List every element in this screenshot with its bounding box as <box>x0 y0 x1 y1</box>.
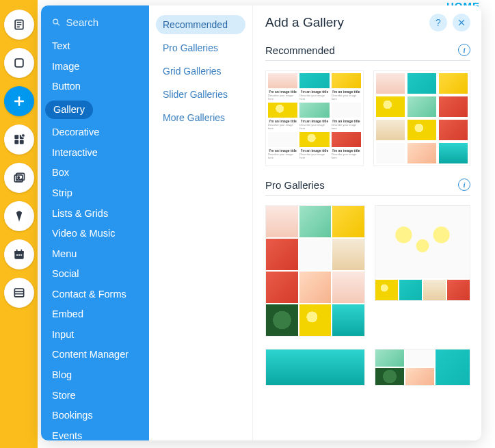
category-item[interactable]: Video & Music <box>41 224 149 244</box>
category-item[interactable]: Box <box>41 163 149 183</box>
svg-rect-9 <box>14 140 18 144</box>
rail-pages-icon[interactable] <box>4 10 34 40</box>
category-item[interactable]: Embed <box>41 304 149 325</box>
rail-bookings-icon[interactable] <box>4 239 34 269</box>
svg-rect-20 <box>16 254 18 256</box>
category-item[interactable]: Decorative <box>41 122 149 143</box>
subcategory-item[interactable]: Pro Galleries <box>156 38 245 57</box>
rail-blog-icon[interactable] <box>4 201 34 231</box>
rail-data-icon[interactable] <box>4 278 34 308</box>
category-item[interactable]: Text <box>41 36 149 57</box>
info-icon[interactable]: i <box>458 179 470 191</box>
svg-rect-22 <box>21 254 23 256</box>
category-item[interactable]: Interactive <box>41 143 149 163</box>
svg-rect-17 <box>14 251 23 253</box>
search-box[interactable] <box>41 12 149 36</box>
svg-rect-4 <box>15 59 23 67</box>
gallery-preview[interactable] <box>265 205 365 337</box>
section-recommended-title: Recommended <box>265 44 335 56</box>
gallery-preview[interactable]: I'm an image titleDescribe your image he… <box>265 70 364 166</box>
gallery-preview[interactable] <box>375 205 470 301</box>
close-button[interactable] <box>453 14 470 31</box>
category-item[interactable]: Image <box>41 57 149 77</box>
rail-section-icon[interactable] <box>4 48 34 78</box>
close-icon <box>457 18 466 27</box>
search-icon <box>52 17 61 27</box>
subcategory-item[interactable]: Slider Galleries <box>156 85 245 104</box>
svg-line-27 <box>57 23 59 25</box>
search-input[interactable] <box>66 16 139 28</box>
category-item[interactable]: Events <box>41 426 149 440</box>
category-item[interactable]: Store <box>41 386 149 406</box>
svg-rect-21 <box>18 254 21 256</box>
category-item[interactable]: Bookings <box>41 406 149 426</box>
subcategory-item[interactable]: Recommended <box>156 15 245 34</box>
subcategory-list: RecommendedPro GalleriesGrid GalleriesSl… <box>149 5 253 440</box>
add-panel: TextImageButtonGalleryDecorativeInteract… <box>41 5 481 440</box>
panel-title: Add a Gallery <box>265 15 344 30</box>
help-button[interactable]: ? <box>429 14 447 31</box>
category-item[interactable]: Blog <box>41 365 149 386</box>
category-item[interactable]: Strip <box>41 183 149 204</box>
subcategory-item[interactable]: Grid Galleries <box>156 62 245 81</box>
rail-add-icon[interactable] <box>4 86 34 116</box>
category-item[interactable]: Social <box>41 264 149 285</box>
svg-rect-7 <box>14 135 18 139</box>
subcategory-item[interactable]: More Galleries <box>156 108 245 127</box>
category-sidebar: TextImageButtonGalleryDecorativeInteract… <box>41 5 149 440</box>
category-item[interactable]: Content Manager <box>41 345 149 365</box>
svg-rect-10 <box>20 140 24 144</box>
category-item[interactable]: Input <box>41 325 149 345</box>
tool-rail: + <box>3 10 36 308</box>
category-item[interactable]: Lists & Grids <box>41 204 149 224</box>
category-item[interactable]: Contact & Forms <box>41 285 149 305</box>
gallery-preview[interactable] <box>265 349 365 386</box>
gallery-preview[interactable] <box>375 349 470 386</box>
category-item[interactable]: Button <box>41 77 149 97</box>
info-icon[interactable]: i <box>458 44 470 56</box>
category-item[interactable]: Gallery <box>41 97 149 123</box>
content-area: Add a Gallery ? Recommended i I'm an ima… <box>253 5 481 440</box>
svg-point-26 <box>53 19 58 24</box>
svg-rect-19 <box>21 250 23 252</box>
rail-apps-icon[interactable]: + <box>4 124 34 155</box>
gallery-preview[interactable] <box>373 70 470 166</box>
category-item[interactable]: Menu <box>41 244 149 265</box>
svg-rect-18 <box>16 250 18 252</box>
rail-media-icon[interactable] <box>4 163 34 193</box>
section-pro-title: Pro Galleries <box>265 179 325 191</box>
svg-rect-23 <box>14 289 23 297</box>
